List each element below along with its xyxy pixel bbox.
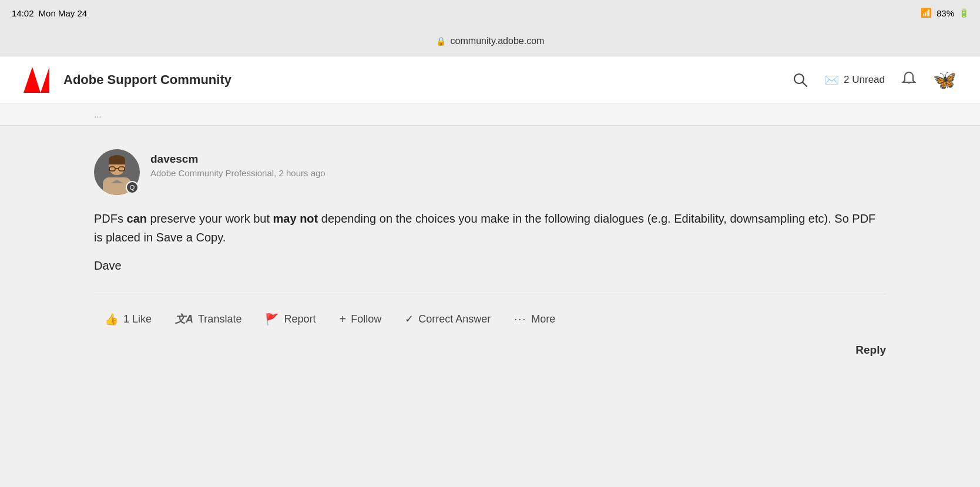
svg-line-3 xyxy=(803,82,807,86)
search-button[interactable] xyxy=(793,72,808,88)
translate-label: Translate xyxy=(198,313,241,325)
correct-answer-button[interactable]: ✓ Correct Answer xyxy=(394,307,501,331)
translate-icon: 文A xyxy=(175,312,193,326)
comment-body: PDFs can preserve your work but may not … xyxy=(94,209,886,275)
author-meta: Adobe Community Professional, 2 hours ag… xyxy=(150,168,325,178)
date-display: Mon May 24 xyxy=(39,8,88,18)
user-avatar-button[interactable]: 🦋 xyxy=(933,69,956,91)
comment-card: Q davescm Adobe Community Professional, … xyxy=(94,137,886,373)
follow-label: Follow xyxy=(351,313,381,325)
correct-answer-label: Correct Answer xyxy=(418,313,491,325)
envelope-icon: ✉️ xyxy=(824,73,839,87)
unread-count-label: 2 Unread xyxy=(844,74,885,86)
plus-icon: + xyxy=(339,313,346,326)
main-content: Q davescm Adobe Community Professional, … xyxy=(0,126,980,478)
nav-header: Adobe Support Community ✉️ 2 Unread 🦋 xyxy=(0,56,980,103)
report-label: Report xyxy=(284,313,316,325)
site-title: Adobe Support Community xyxy=(63,72,231,88)
author-name: davescm xyxy=(150,153,325,166)
author-role: Adobe Community Professional xyxy=(150,168,274,178)
svg-marker-1 xyxy=(41,67,49,93)
notifications-bell-button[interactable] xyxy=(901,70,917,89)
wifi-icon: 📶 xyxy=(921,8,932,18)
report-button[interactable]: 🚩 Report xyxy=(254,307,326,332)
unread-messages-button[interactable]: ✉️ 2 Unread xyxy=(824,73,885,87)
author-info: davescm Adobe Community Professional, 2 … xyxy=(150,149,325,178)
more-button[interactable]: ··· More xyxy=(504,307,566,331)
svg-rect-9 xyxy=(109,160,125,164)
thumbs-up-icon: 👍 xyxy=(105,313,119,326)
reply-area: Reply xyxy=(94,339,886,361)
author-time: 2 hours ago xyxy=(278,168,325,178)
comment-signature: Dave xyxy=(94,256,886,275)
action-bar: 👍 1 Like 文A Translate 🚩 Report + Follow … xyxy=(94,294,886,332)
like-button[interactable]: 👍 1 Like xyxy=(94,307,162,332)
time-display: 14:02 xyxy=(12,8,34,18)
like-label: 1 Like xyxy=(123,313,152,325)
ellipsis-icon: ··· xyxy=(514,313,526,325)
status-bar-left: 14:02 Mon May 24 xyxy=(12,8,87,18)
battery-percent: 83% xyxy=(937,8,954,18)
follow-button[interactable]: + Follow xyxy=(328,307,392,332)
professional-badge-icon: Q xyxy=(126,181,139,194)
lock-icon: 🔒 xyxy=(436,36,446,46)
translate-button[interactable]: 文A Translate xyxy=(165,306,252,332)
address-bar[interactable]: 🔒 community.adobe.com xyxy=(0,26,980,56)
breadcrumb: ... xyxy=(0,103,980,126)
svg-marker-0 xyxy=(24,67,41,93)
reply-button[interactable]: Reply xyxy=(855,339,886,361)
breadcrumb-text: ... xyxy=(94,109,102,119)
comment-header: Q davescm Adobe Community Professional, … xyxy=(94,149,886,195)
avatar-container: Q xyxy=(94,149,140,195)
flag-icon: 🚩 xyxy=(265,313,279,326)
check-icon: ✓ xyxy=(405,313,414,325)
nav-actions: ✉️ 2 Unread 🦋 xyxy=(793,69,956,91)
battery-icon: 🔋 xyxy=(959,8,968,18)
adobe-logo[interactable] xyxy=(24,67,49,93)
url-text: community.adobe.com xyxy=(451,36,545,46)
status-bar: 14:02 Mon May 24 📶 83% 🔋 xyxy=(0,0,980,26)
more-label: More xyxy=(531,313,555,325)
status-bar-right: 📶 83% 🔋 xyxy=(921,8,968,18)
